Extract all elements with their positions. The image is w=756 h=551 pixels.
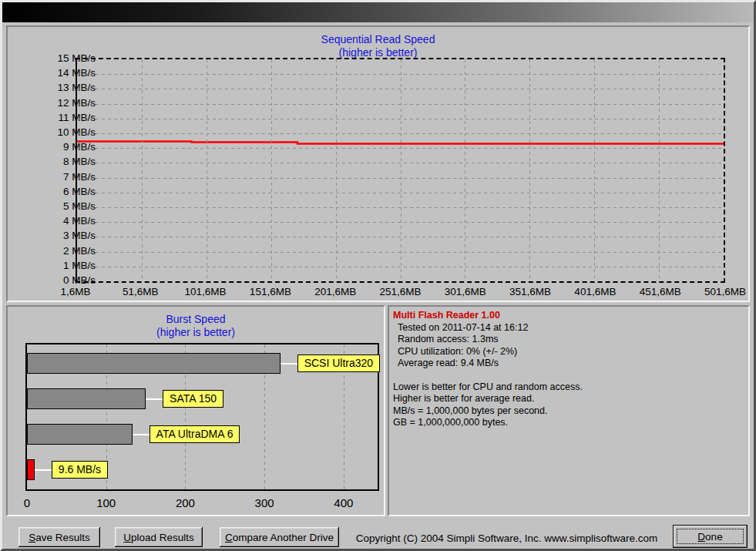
label-connector [146,398,163,400]
burst-chart-subtitle: (higher is better) [8,326,384,339]
burst-x-label: 200 [176,496,195,509]
label-connector [35,469,52,471]
focus-rectangle [677,529,744,544]
compare-another-drive-button[interactable]: Compare Another Drive [220,527,339,547]
vgridline [465,59,465,281]
x-axis-label: 501,6MB [704,286,746,297]
burst-x-label: 0 [24,496,30,509]
burst-speed-panel: Burst Speed (higher is better) SCSI Ultr… [6,305,385,516]
x-axis-label: 151,6MB [250,286,291,297]
drive-notes: Lower is better for CPU and random acces… [393,381,745,429]
x-axis-label: 351,6MB [509,286,551,297]
burst-chart-title: Burst Speed [8,313,384,326]
burst-bar [27,353,281,374]
note-line: GB = 1,000,000,000 bytes. [393,417,745,429]
drive-info-panel: Multi Flash Reader 1.00 Tested on 2011-0… [388,305,750,516]
vgridline [271,59,272,281]
stat-line: Tested on 2011-07-14 at 16:12 [393,322,745,334]
vgridline [207,59,207,281]
stat-line: CPU utilization: 0% (+/- 2%) [393,346,745,358]
title-bar[interactable]: HD Tach version 3.0.1.0 - For non-commer… [2,2,754,22]
x-axis-label: 201,6MB [314,286,356,297]
save-results-button[interactable]: Save Results [18,527,100,547]
x-axis-label: 51,6MB [123,286,159,297]
sequential-chart-title: Sequential Read Speed [8,33,748,46]
burst-xlabels: 0100200300400 [25,496,379,512]
note-line: MB/s = 1,000,000 bytes per second. [393,405,745,418]
vgridline [594,59,595,281]
info-gap [393,370,745,381]
upload-results-button[interactable]: Upload Results [115,527,203,547]
note-line: Lower is better for CPU and random acces… [393,381,745,394]
burst-bar-label: ATA UltraDMA 6 [150,425,240,443]
burst-x-label: 400 [334,496,353,509]
burst-bar-label: 9.6 MB/s [52,461,108,479]
drive-stats: Tested on 2011-07-14 at 16:12Random acce… [393,322,745,370]
done-button[interactable]: Done [673,525,748,548]
label-connector [281,363,297,365]
vgridline [401,59,402,281]
burst-bar [27,424,133,445]
stat-line: Average read: 9.4 MB/s [393,358,745,370]
vgridline [142,59,143,281]
vgridline [529,59,530,281]
label-connector [133,434,150,435]
burst-bar-label: SCSI Ultra320 [297,354,380,372]
sequential-xlabels: 1,6MB51,6MB101,6MB151,6MB201,6MB251,6MB3… [54,286,748,298]
sequential-plot [76,58,725,283]
x-axis-label: 101,6MB [185,286,227,297]
burst-plot: SCSI Ultra320SATA 150ATA UltraDMA 69.6 M… [25,343,379,491]
sequential-read-panel: Sequential Read Speed (higher is better)… [6,25,750,302]
burst-bar [27,459,35,480]
copyright-text: Copyright (C) 2004 Simpli Software, Inc.… [344,533,670,544]
drive-name: Multi Flash Reader 1.00 [393,310,745,322]
x-axis-label: 401,6MB [574,286,616,297]
burst-x-label: 300 [255,496,274,509]
burst-bar [27,388,146,409]
stat-line: Random access: 1.3ms [393,334,745,346]
note-line: Higher is better for average read. [393,393,745,405]
hdtach-window: HD Tach version 3.0.1.0 - For non-commer… [0,0,756,551]
x-axis-label: 1,6MB [60,286,90,297]
x-axis-label: 251,6MB [379,286,421,297]
x-axis-label: 451,6MB [640,286,681,297]
burst-bar-label: SATA 150 [163,390,223,408]
vgridline [336,59,337,281]
vgridline [659,59,660,281]
x-axis-label: 301,6MB [445,286,486,297]
burst-x-label: 100 [96,496,116,509]
